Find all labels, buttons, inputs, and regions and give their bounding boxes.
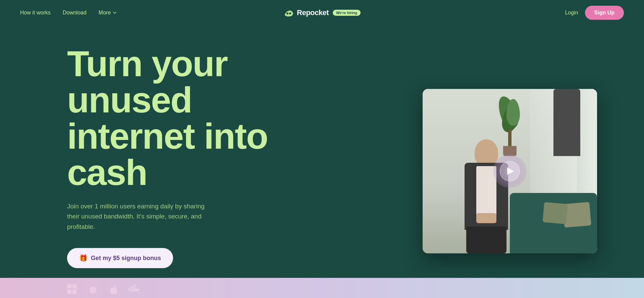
video-thumbnail (423, 89, 597, 253)
repocket-logo-icon (283, 8, 294, 17)
nav-how-it-works[interactable]: How it works (20, 10, 51, 16)
video-container (423, 89, 597, 253)
login-link[interactable]: Login (565, 10, 578, 16)
hero-video (423, 89, 597, 253)
pillow2 (543, 202, 568, 224)
hero-content: Turn your unused internet into cash Join… (67, 46, 315, 297)
play-icon (507, 167, 514, 175)
nav-left: How it works Download More (20, 10, 117, 16)
plant-leaf (506, 99, 520, 126)
hero-section: Turn your unused internet into cash Join… (0, 26, 644, 298)
chevron-down-icon (113, 11, 117, 15)
cta-label: Get my $5 signup bonus (91, 255, 161, 262)
signup-button[interactable]: Sign Up (585, 6, 624, 20)
nav-more-label: More (99, 10, 111, 16)
person-hands (476, 213, 496, 223)
bg-person-body (553, 89, 580, 156)
person-legs (466, 227, 506, 253)
navbar: How it works Download More Repocket We'r… (0, 0, 644, 26)
headline-line2: unused (67, 80, 192, 120)
headline-line4: cash (67, 152, 147, 193)
nav-download[interactable]: Download (63, 10, 87, 16)
bottom-gradient-bar (0, 278, 644, 298)
nav-more[interactable]: More (99, 10, 117, 16)
headline-line3: internet into (67, 116, 268, 156)
person-head (475, 139, 498, 166)
background-person (553, 89, 584, 163)
logo[interactable]: Repocket We're hiring (283, 8, 361, 17)
logo-text: Repocket (297, 8, 329, 17)
headline-line1: Turn your (67, 43, 227, 84)
svg-point-1 (289, 12, 291, 14)
hiring-badge: We're hiring (333, 10, 361, 16)
nav-right: Login Sign Up (565, 6, 624, 20)
svg-point-0 (286, 12, 288, 14)
hero-subtext: Join over 1 million users earning daily … (67, 201, 208, 232)
cta-button[interactable]: 🎁 Get my $5 signup bonus (67, 248, 173, 268)
gift-icon: 🎁 (79, 254, 88, 262)
hero-headline: Turn your unused internet into cash (67, 46, 315, 191)
play-button[interactable] (500, 161, 520, 181)
play-overlay (493, 154, 527, 188)
